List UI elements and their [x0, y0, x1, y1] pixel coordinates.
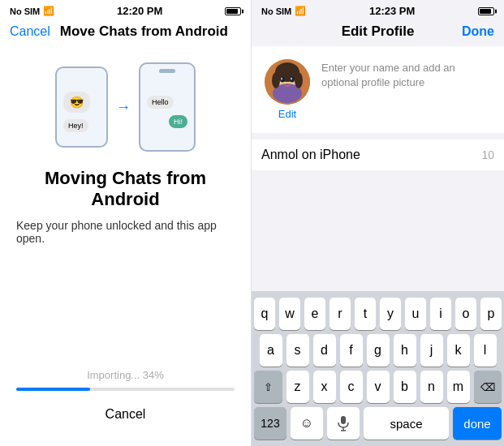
importing-text: Importing... 34% [16, 369, 235, 381]
right-panel: No SIM 📶 12:23 PM Edit Profile Done [252, 0, 504, 446]
left-battery-icon [225, 7, 241, 15]
avatar-edit-link[interactable]: Edit [278, 108, 296, 120]
left-carrier: No SIM [10, 6, 40, 16]
key-m[interactable]: m [447, 371, 470, 403]
left-panel: No SIM 📶 12:20 PM Cancel Move Chats from… [0, 0, 252, 446]
android-bubble-2: Hey! [63, 119, 88, 132]
key-a[interactable]: a [260, 334, 282, 367]
key-b[interactable]: b [394, 371, 416, 403]
right-battery [478, 7, 494, 15]
key-q[interactable]: q [254, 298, 275, 330]
key-w[interactable]: w [279, 298, 300, 330]
left-wifi-icon: 📶 [43, 6, 54, 16]
key-l[interactable]: l [474, 334, 497, 367]
key-d[interactable]: d [313, 334, 336, 367]
android-phone: 😎 Hey! [55, 66, 108, 148]
right-nav: Edit Profile Done [252, 20, 504, 46]
avatar-container: Edit [265, 59, 310, 120]
key-h[interactable]: h [394, 334, 416, 367]
profile-section: Edit Enter your name and add an optional… [252, 46, 504, 133]
left-nav: Cancel Move Chats from Android [0, 20, 251, 46]
left-status-bar: No SIM 📶 12:20 PM [0, 0, 251, 20]
key-num[interactable]: 123 [254, 407, 286, 440]
android-phone-inner: 😎 Hey! [57, 76, 106, 138]
key-y[interactable]: y [380, 298, 401, 330]
profile-hint: Enter your name and add an optional prof… [321, 59, 491, 90]
key-o[interactable]: o [455, 298, 476, 330]
key-u[interactable]: u [405, 298, 426, 330]
name-input[interactable] [261, 148, 475, 162]
right-nav-title: Edit Profile [342, 24, 415, 40]
key-t[interactable]: t [355, 298, 376, 330]
iphone-notch [159, 69, 175, 73]
char-count: 10 [481, 148, 494, 161]
svg-point-7 [290, 77, 295, 83]
key-k[interactable]: k [447, 334, 470, 367]
svg-point-6 [280, 77, 285, 83]
kb-row-1: q w e r t y u i o p [254, 298, 502, 330]
avatar-svg [265, 59, 310, 105]
right-status-bar: No SIM 📶 12:23 PM [252, 0, 504, 20]
avatar [265, 59, 310, 105]
right-wifi-icon: 📶 [295, 6, 306, 16]
key-g[interactable]: g [367, 334, 390, 367]
key-e[interactable]: e [304, 298, 325, 330]
backspace-key[interactable]: ⌫ [474, 371, 502, 403]
cancel-bottom-button[interactable]: Cancel [106, 407, 146, 422]
right-time: 12:23 PM [369, 5, 415, 17]
key-s[interactable]: s [286, 334, 309, 367]
key-n[interactable]: n [420, 371, 443, 403]
svg-point-4 [272, 72, 280, 88]
main-title: Moving Chats from Android [16, 168, 235, 211]
progress-section: Importing... 34% Cancel [16, 369, 235, 438]
progress-bar-fill [16, 388, 90, 391]
transfer-arrow: → [116, 99, 131, 116]
progress-bar-bg [16, 388, 235, 391]
key-f[interactable]: f [340, 334, 363, 367]
key-mic[interactable] [327, 407, 360, 440]
right-battery-icon [478, 7, 494, 15]
kb-row-bottom: 123 ☺ space done [254, 407, 502, 440]
kb-row-2: a s d f g h j k l [254, 334, 502, 367]
left-content: Moving Chats from Android Keep your phon… [0, 160, 251, 446]
key-space[interactable]: space [364, 407, 449, 440]
mic-icon [337, 415, 350, 431]
svg-point-8 [281, 78, 282, 80]
svg-point-9 [291, 78, 292, 80]
iphone-inner: Hello Hi! [140, 80, 194, 134]
svg-rect-10 [341, 416, 346, 424]
android-bubble-1: 😎 [63, 92, 90, 113]
key-z[interactable]: z [286, 371, 309, 403]
name-input-row[interactable]: 10 [252, 139, 504, 170]
key-x[interactable]: x [313, 371, 336, 403]
key-done[interactable]: done [453, 407, 502, 440]
key-v[interactable]: v [367, 371, 390, 403]
key-c[interactable]: c [340, 371, 363, 403]
left-nav-title: Move Chats from Android [60, 24, 228, 40]
cancel-nav-button[interactable]: Cancel [10, 24, 50, 39]
left-battery [225, 7, 241, 15]
iphone-bubble-1: Hello [147, 96, 174, 109]
done-nav-button[interactable]: Done [462, 24, 494, 39]
iphone-bubble-2: Hi! [169, 115, 187, 128]
phone-container: 😎 Hey! → Hello Hi! [55, 62, 196, 152]
phones-illustration: 😎 Hey! → Hello Hi! [0, 46, 251, 160]
kb-row-3: ⇧ z x c v b n m ⌫ [254, 371, 502, 403]
right-carrier: No SIM [261, 6, 291, 16]
key-emoji[interactable]: ☺ [291, 407, 323, 440]
left-status-left: No SIM 📶 [10, 6, 54, 16]
right-status-left: No SIM 📶 [261, 6, 306, 16]
keyboard: q w e r t y u i o p a s d f g h j k l ⇧ … [252, 291, 504, 446]
key-r[interactable]: r [330, 298, 351, 330]
left-time: 12:20 PM [117, 5, 162, 17]
key-p[interactable]: p [480, 298, 502, 330]
shift-key[interactable]: ⇧ [254, 371, 282, 403]
subtitle: Keep your phone unlocked and this app op… [16, 219, 235, 245]
svg-point-5 [295, 72, 303, 88]
key-j[interactable]: j [420, 334, 443, 367]
key-i[interactable]: i [430, 298, 451, 330]
iphone: Hello Hi! [139, 62, 196, 152]
